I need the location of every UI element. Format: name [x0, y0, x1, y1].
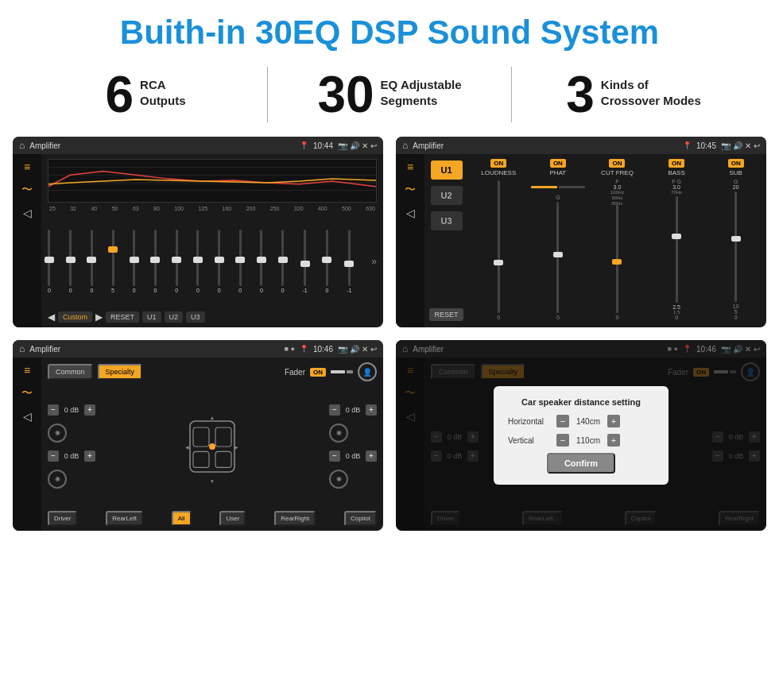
specialty-button[interactable]: Specialty — [98, 364, 143, 380]
fader-wave-icon[interactable]: 〜 — [21, 386, 33, 400]
horizontal-row: Horizontal − 140cm + — [508, 415, 654, 427]
db-plus-fr[interactable]: + — [366, 404, 377, 416]
eq-slider-5[interactable]: 0 — [133, 230, 136, 293]
amp-reset-btn[interactable]: RESET — [429, 308, 463, 321]
back-icon-3[interactable]: ↩ — [370, 345, 377, 354]
rearright-btn[interactable]: RearRight — [274, 511, 316, 526]
cutfreq-label: CUT FREQ — [601, 169, 634, 176]
eq-slider-15[interactable]: -1 — [347, 230, 351, 293]
phat-label: PHAT — [550, 169, 567, 176]
car-svg-area: ◀ ▶ ▲ ▼ — [100, 407, 324, 486]
confirm-button[interactable]: Confirm — [547, 453, 615, 474]
stat-number-rca: 6 — [105, 69, 134, 120]
eq-slider-9[interactable]: 0 — [218, 230, 221, 293]
db-plus-fl[interactable]: + — [84, 404, 95, 416]
back-icon[interactable]: ↩ — [370, 141, 377, 150]
fader-text-label: Fader — [285, 368, 305, 377]
eq-slider-10[interactable]: 0 — [238, 230, 242, 293]
eq-slider-14[interactable]: 0 — [325, 230, 328, 293]
stat-number-crossover: 3 — [566, 69, 595, 120]
amp-eq-icon[interactable]: ≡ — [407, 160, 413, 173]
stat-text-rca: RCAOutputs — [140, 69, 186, 108]
fader-eq-icon[interactable]: ≡ — [24, 364, 30, 377]
db-minus-fl[interactable]: − — [48, 404, 59, 416]
eq-slider-1[interactable]: 0 — [48, 230, 51, 293]
u2-btn[interactable]: U2 — [165, 311, 184, 323]
next-icon[interactable]: ▶ — [95, 311, 103, 323]
u3-btn[interactable]: U3 — [186, 311, 205, 323]
speaker-distance-dialog: Car speaker distance setting Horizontal … — [494, 386, 669, 485]
eq-speaker-icon[interactable]: ◁ — [23, 207, 32, 219]
db-plus-rl[interactable]: + — [84, 451, 95, 462]
volume-icon-3: 🔊 — [350, 345, 359, 354]
amp-u-panel: U1 U2 U3 RESET — [424, 154, 468, 327]
u2-button[interactable]: U2 — [431, 186, 463, 205]
close-icon-3: ✕ — [362, 345, 368, 354]
car-diagram-area: − 0 dB + ◉ − 0 dB + ◉ — [48, 386, 377, 506]
custom-btn[interactable]: Custom — [58, 311, 92, 323]
amp-wave-icon[interactable]: 〜 — [405, 183, 416, 197]
eq-slider-11[interactable]: 0 — [260, 230, 263, 293]
eq-slider-8[interactable]: 0 — [196, 230, 200, 293]
horizontal-plus-btn[interactable]: + — [607, 415, 620, 427]
home-icon[interactable]: ⌂ — [19, 140, 25, 151]
all-btn[interactable]: All — [172, 511, 192, 526]
stat-crossover: 3 Kinds ofCrossover Modes — [536, 69, 731, 120]
copilot-btn[interactable]: Copilot — [344, 511, 377, 526]
vertical-minus-btn[interactable]: − — [556, 434, 569, 447]
reset-btn[interactable]: RESET — [106, 311, 139, 323]
eq-slider-12[interactable]: 0 — [281, 230, 285, 293]
sub-on-badge: ON — [728, 159, 744, 168]
eq-wave-icon[interactable]: 〜 — [21, 183, 33, 197]
page-header: Buith-in 30EQ DSP Sound System — [0, 0, 779, 59]
amp-sidebar: ≡ 〜 ◁ — [396, 154, 424, 327]
back-icon-2[interactable]: ↩ — [754, 141, 760, 150]
eq-slider-7[interactable]: 0 — [175, 230, 178, 293]
eq-slider-13[interactable]: -1 — [302, 230, 307, 293]
vertical-plus-btn[interactable]: + — [607, 434, 620, 447]
vertical-value: 110cm — [572, 436, 604, 445]
db-minus-rr[interactable]: − — [329, 451, 340, 462]
rearleft-btn[interactable]: RearLeft — [106, 511, 143, 526]
eq-status-icons: 📷 🔊 ✕ ↩ — [338, 141, 377, 150]
common-button[interactable]: Common — [48, 364, 93, 380]
u1-btn[interactable]: U1 — [142, 311, 161, 323]
eq-screen-title: Amplifier — [29, 141, 295, 150]
eq-slider-6[interactable]: 0 — [154, 230, 157, 293]
fader-status-icons: 📷 🔊 ✕ ↩ — [338, 345, 377, 354]
db-plus-rr[interactable]: + — [366, 451, 377, 462]
amp-speaker-icon[interactable]: ◁ — [406, 207, 415, 219]
svg-text:▶: ▶ — [234, 444, 238, 450]
stat-text-eq: EQ AdjustableSegments — [381, 69, 462, 108]
eq-sidebar: ≡ 〜 ◁ — [13, 154, 41, 327]
home-icon-3[interactable]: ⌂ — [19, 343, 25, 354]
horizontal-minus-btn[interactable]: − — [556, 415, 569, 427]
db-minus-fr[interactable]: − — [329, 404, 340, 416]
eq-chart — [48, 159, 377, 203]
db-control-fr: − 0 dB + — [329, 404, 377, 416]
volume-icon: 🔊 — [350, 141, 359, 150]
amp-time: 10:45 — [696, 141, 716, 150]
db-minus-rl[interactable]: − — [48, 451, 59, 462]
fader-time: 10:46 — [313, 345, 333, 354]
home-icon-2[interactable]: ⌂ — [402, 140, 408, 151]
eq-slider-3[interactable]: 0 — [90, 230, 93, 293]
stat-divider-1 — [267, 67, 268, 122]
vertical-control: − 110cm + — [556, 434, 654, 447]
svg-rect-6 — [215, 427, 231, 447]
fader-speaker-icon[interactable]: ◁ — [23, 410, 32, 423]
prev-icon[interactable]: ◀ — [48, 311, 55, 323]
u3-button[interactable]: U3 — [431, 211, 463, 230]
eq-slider-2[interactable]: 0 — [69, 230, 72, 293]
eq-adjust-icon[interactable]: ≡ — [24, 160, 30, 173]
eq-slider-4[interactable]: 5 — [111, 230, 114, 293]
u1-button[interactable]: U1 — [431, 160, 463, 180]
eq-freq-labels: 25 32 40 50 63 80 100 125 160 200 250 32… — [48, 206, 377, 211]
stat-text-crossover: Kinds ofCrossover Modes — [601, 69, 701, 108]
db-value-rr: 0 dB — [343, 452, 362, 460]
fader-screen-card: ⌂ Amplifier ■ ● 📍 10:46 📷 🔊 ✕ ↩ ≡ 〜 ◁ Co… — [13, 340, 383, 531]
driver-btn[interactable]: Driver — [48, 511, 77, 526]
stat-divider-2 — [511, 67, 512, 122]
eq-screen-body: ≡ 〜 ◁ — [13, 154, 383, 327]
user-btn[interactable]: User — [219, 511, 246, 526]
